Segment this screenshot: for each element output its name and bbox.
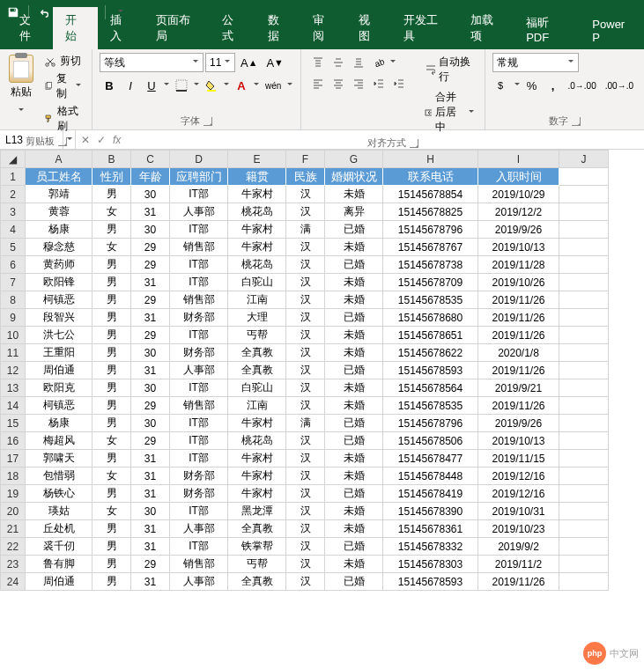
- row-header-16[interactable]: 16: [1, 432, 26, 450]
- row-header-24[interactable]: 24: [1, 573, 26, 591]
- table-header[interactable]: 婚姻状况: [325, 168, 383, 186]
- cell[interactable]: 2019/11/26: [478, 573, 559, 591]
- row-header-20[interactable]: 20: [1, 503, 26, 520]
- cell[interactable]: [559, 450, 609, 468]
- cell[interactable]: 财务部: [170, 468, 228, 485]
- table-header[interactable]: 入职时间: [478, 168, 559, 186]
- cell[interactable]: 已婚: [325, 485, 383, 503]
- cell[interactable]: [559, 556, 609, 573]
- cell[interactable]: 男: [93, 221, 131, 239]
- cell[interactable]: [559, 379, 609, 397]
- table-header[interactable]: 联系电话: [383, 168, 478, 186]
- cell[interactable]: 汉: [286, 362, 325, 379]
- table-header[interactable]: 籍贯: [228, 168, 286, 186]
- row-header-9[interactable]: 9: [1, 309, 26, 327]
- cell[interactable]: 2019/11/28: [478, 256, 559, 274]
- cell[interactable]: 未婚: [325, 327, 383, 344]
- cell[interactable]: 男: [93, 309, 131, 327]
- copy-button[interactable]: 复制: [41, 70, 85, 102]
- tab-insert[interactable]: 插入: [98, 7, 144, 49]
- cell[interactable]: 15145678854: [383, 186, 478, 203]
- row-header-2[interactable]: 2: [1, 186, 26, 203]
- row-header-17[interactable]: 17: [1, 450, 26, 468]
- col-header-H[interactable]: H: [383, 151, 478, 168]
- cell[interactable]: IT部: [170, 432, 228, 450]
- cell[interactable]: 汉: [286, 468, 325, 485]
- font-color-button[interactable]: A: [232, 76, 251, 95]
- cell[interactable]: 未婚: [325, 379, 383, 397]
- cell[interactable]: 丐帮: [228, 327, 286, 344]
- cell[interactable]: 15145678448: [383, 468, 478, 485]
- cell[interactable]: 丐帮: [228, 556, 286, 573]
- cell[interactable]: 全真教: [228, 573, 286, 591]
- cell[interactable]: 江南: [228, 291, 286, 309]
- row-header-10[interactable]: 10: [1, 327, 26, 344]
- cell[interactable]: [559, 256, 609, 274]
- cell[interactable]: IT部: [170, 503, 228, 520]
- cell[interactable]: 未婚: [325, 503, 383, 520]
- align-middle-icon[interactable]: [329, 53, 348, 72]
- cell[interactable]: 销售部: [170, 291, 228, 309]
- cell[interactable]: 2019/11/26: [478, 309, 559, 327]
- cell[interactable]: IT部: [170, 379, 228, 397]
- row-header-5[interactable]: 5: [1, 239, 26, 256]
- currency-icon[interactable]: $: [492, 76, 512, 95]
- cell[interactable]: IT部: [170, 415, 228, 432]
- cell[interactable]: 2019/10/13: [478, 432, 559, 450]
- cell[interactable]: 男: [93, 450, 131, 468]
- cell[interactable]: 汉: [286, 573, 325, 591]
- cell[interactable]: 已婚: [325, 432, 383, 450]
- border-button[interactable]: [172, 76, 191, 95]
- cell[interactable]: 2019/11/26: [478, 397, 559, 415]
- cell[interactable]: 桃花岛: [228, 432, 286, 450]
- cell[interactable]: 汉: [286, 397, 325, 415]
- cell[interactable]: [559, 203, 609, 221]
- cell[interactable]: 31: [131, 309, 170, 327]
- cell[interactable]: 15145678622: [383, 344, 478, 362]
- row-header-4[interactable]: 4: [1, 221, 26, 239]
- cell[interactable]: [559, 344, 609, 362]
- cell[interactable]: 男: [93, 327, 131, 344]
- cell[interactable]: 15145678825: [383, 203, 478, 221]
- decrease-font-icon[interactable]: A▼: [263, 53, 286, 72]
- align-launcher[interactable]: [410, 139, 418, 148]
- row-header-14[interactable]: 14: [1, 397, 26, 415]
- cell[interactable]: 未婚: [325, 556, 383, 573]
- cell[interactable]: 30: [131, 503, 170, 520]
- cell[interactable]: 穆念慈: [26, 239, 93, 256]
- cell[interactable]: 女: [93, 503, 131, 520]
- cell[interactable]: 30: [131, 221, 170, 239]
- cell[interactable]: [559, 186, 609, 203]
- cell[interactable]: 15145678506: [383, 432, 478, 450]
- cell[interactable]: 桃花岛: [228, 203, 286, 221]
- cell[interactable]: 牛家村: [228, 221, 286, 239]
- cell[interactable]: 瑛姑: [26, 503, 93, 520]
- cell[interactable]: 29: [131, 256, 170, 274]
- cell[interactable]: 女: [93, 468, 131, 485]
- cell[interactable]: 15145678332: [383, 538, 478, 556]
- cell[interactable]: 29: [131, 397, 170, 415]
- cell[interactable]: [559, 485, 609, 503]
- cell[interactable]: 男: [93, 256, 131, 274]
- cell[interactable]: 离异: [325, 203, 383, 221]
- inc-decimal-icon[interactable]: .0→.00: [565, 76, 600, 95]
- cell[interactable]: 欧阳锋: [26, 274, 93, 291]
- cell[interactable]: 汉: [286, 239, 325, 256]
- cell[interactable]: 汉: [286, 274, 325, 291]
- clipboard-launcher[interactable]: [58, 137, 67, 146]
- tab-data[interactable]: 数据: [255, 7, 301, 49]
- cell[interactable]: 已婚: [325, 362, 383, 379]
- cell[interactable]: 销售部: [170, 556, 228, 573]
- cell[interactable]: 29: [131, 432, 170, 450]
- cell[interactable]: 男: [93, 556, 131, 573]
- cell[interactable]: 未婚: [325, 186, 383, 203]
- cell[interactable]: 15145678564: [383, 379, 478, 397]
- cell[interactable]: 2019/10/26: [478, 274, 559, 291]
- cell[interactable]: 15145678796: [383, 415, 478, 432]
- cell[interactable]: 未婚: [325, 450, 383, 468]
- cell[interactable]: 黄药师: [26, 256, 93, 274]
- cell[interactable]: 杨康: [26, 221, 93, 239]
- row-header-3[interactable]: 3: [1, 203, 26, 221]
- cell[interactable]: 丘处机: [26, 520, 93, 538]
- phonetic-button[interactable]: wén: [262, 76, 285, 95]
